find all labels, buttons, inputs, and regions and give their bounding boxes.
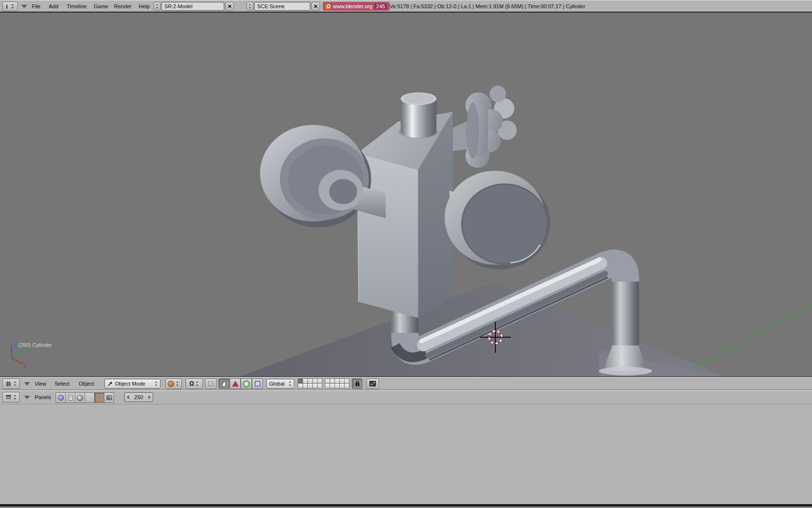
pivot-button[interactable]: Ω [186, 378, 203, 389]
mode-icon [107, 381, 113, 387]
shading-context-button[interactable] [75, 392, 85, 403]
valve-body-object[interactable] [357, 112, 453, 318]
hand-tool-button[interactable] [218, 378, 230, 389]
menu-select[interactable]: Select [55, 381, 70, 387]
layer-toggle[interactable] [344, 383, 349, 388]
layer-group-1 [298, 379, 322, 388]
draw-mode-button[interactable] [165, 378, 182, 389]
frame-number-value: 250 [134, 394, 143, 400]
mode-dropdown[interactable]: Object Mode [104, 379, 160, 388]
scale-manipulator-button[interactable] [252, 378, 263, 389]
panels-menu[interactable]: Panels [35, 394, 51, 400]
frame-decrement-icon[interactable] [127, 395, 129, 399]
window-bottom-edge [0, 504, 812, 508]
blender-window: i File Add Timeline Game Render Help SR:… [0, 0, 812, 508]
axis-z-label: z [13, 342, 15, 347]
frame-increment-icon[interactable] [148, 395, 151, 399]
window-type-button[interactable]: i [2, 1, 18, 11]
menu-object[interactable]: Object [79, 381, 94, 387]
top-cylinder-object[interactable] [401, 92, 436, 138]
editing-square-icon [97, 395, 102, 401]
blender-logo-icon [325, 3, 331, 10]
scene-context-button[interactable] [104, 392, 114, 403]
viewport-collapse-icon[interactable] [24, 382, 30, 386]
translate-triangle-icon [232, 381, 239, 387]
object-context-button[interactable] [85, 392, 95, 403]
scene-field[interactable]: SCE:Scene [254, 2, 310, 11]
screen-stepper[interactable] [154, 2, 160, 11]
shaded-sphere-icon [168, 381, 174, 387]
menu-render[interactable]: Render [114, 3, 131, 9]
translate-manipulator-button[interactable] [230, 378, 241, 389]
script-icon [68, 395, 73, 401]
editor-type-button[interactable] [2, 378, 20, 389]
layer-group-2 [325, 379, 349, 388]
orientation-stepper-icon [288, 381, 292, 387]
object-arrows-icon [87, 395, 93, 401]
viewport-header: View Select Object Object Mode Ω [0, 376, 812, 390]
buttons-editor-stepper-icon [13, 394, 17, 400]
info-icon: i [6, 3, 8, 10]
menu-add[interactable]: Add [49, 3, 58, 9]
lock-layers-button[interactable] [352, 378, 362, 389]
editor-type-stepper-icon [13, 381, 17, 387]
mode-label: Object Mode [115, 381, 145, 387]
pivot-icon: Ω [189, 380, 194, 387]
lock-icon [355, 381, 360, 387]
top-header: i File Add Timeline Game Render Help SR:… [0, 0, 812, 13]
menu-help[interactable]: Help [139, 3, 150, 9]
orientation-dropdown[interactable]: Global [266, 379, 294, 388]
layer-toggle[interactable] [317, 383, 322, 388]
logic-icon [58, 395, 64, 401]
buttons-collapse-icon[interactable] [24, 396, 30, 399]
draw-mode-stepper-icon [175, 381, 179, 387]
window-type-stepper-icon [11, 3, 14, 9]
version-banner[interactable]: www.blender.org 245 [323, 2, 390, 11]
axis-x-label: x [24, 363, 27, 369]
buttons-window-icon [5, 394, 12, 400]
hand-icon [221, 380, 228, 387]
render-preview-button[interactable] [366, 378, 379, 389]
menu-timeline[interactable]: Timeline [67, 3, 87, 9]
screen-close-button[interactable]: ✕ [225, 2, 234, 11]
scene-close-button[interactable]: ✕ [311, 2, 320, 11]
widget-icon [208, 381, 214, 387]
scene-stats: Ve:5178 | Fa:5332 | Ob:12-0 | La:1 | Mem… [390, 3, 585, 9]
shading-sphere-icon [77, 395, 83, 401]
scale-square-icon [255, 381, 261, 387]
header-collapse-icon[interactable] [21, 5, 27, 8]
viewport-object-label: (250) Cylinder [18, 342, 52, 348]
manipulator-widget-button[interactable] [205, 378, 217, 389]
menu-game[interactable]: Game [94, 3, 108, 9]
rotate-manipulator-button[interactable] [241, 378, 252, 389]
scene-stepper[interactable] [246, 2, 253, 11]
rotate-circle-icon [243, 380, 250, 388]
buttons-header: Panels [0, 390, 812, 404]
frame-number-field[interactable]: 250 [124, 392, 153, 402]
pivot-stepper-icon [195, 381, 199, 387]
scene-image-icon [106, 395, 112, 400]
screen-field[interactable]: SR:2-Model [161, 2, 224, 11]
menu-file[interactable]: File [32, 3, 41, 9]
render-image-icon [369, 381, 376, 387]
buttons-editor-type-button[interactable] [2, 392, 20, 403]
grid-icon [5, 381, 12, 387]
buttons-panel-area: Link and Materials ME:Cylinder F OB:Cyli… [0, 404, 812, 504]
context-button-row [56, 392, 114, 403]
banner-site: www.blender.org [333, 3, 372, 9]
editing-context-button[interactable] [94, 392, 104, 403]
menu-view[interactable]: View [35, 381, 46, 387]
orientation-label: Global [269, 381, 285, 387]
axis-y-label: y [28, 348, 30, 354]
3d-viewport[interactable]: z y x (250) Cylinder [0, 13, 812, 376]
logic-context-button[interactable] [56, 392, 66, 403]
banner-version: 245 [375, 3, 386, 9]
mode-stepper-icon [154, 381, 158, 387]
script-context-button[interactable] [65, 392, 75, 403]
